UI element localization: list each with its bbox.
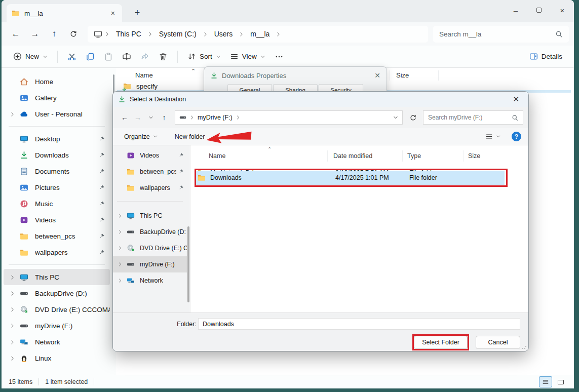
new-button[interactable]: New	[9, 49, 52, 64]
chevron-right-icon[interactable]	[7, 339, 18, 345]
close-icon[interactable]: ✕	[374, 71, 380, 80]
file-row-downloads-selected[interactable]: Downloads 4/17/2025 1:01 PM File folder	[195, 171, 505, 185]
sidebar-item-videos[interactable]: Videos	[4, 212, 110, 228]
breadcrumb-m-la[interactable]: m__la	[246, 29, 274, 39]
dialog-sidebar-network[interactable]: Network	[113, 272, 187, 289]
dialog-close-icon[interactable]: ✕	[509, 95, 523, 104]
dialog-back-button[interactable]: ←	[118, 111, 131, 124]
sidebar-item-mydrive[interactable]: myDrive (F:)	[4, 318, 110, 334]
rename-button[interactable]	[118, 48, 136, 65]
chevron-right-icon[interactable]	[7, 356, 18, 361]
dialog-search-box[interactable]	[423, 110, 523, 125]
column-header-size[interactable]: Size	[468, 152, 480, 160]
column-separator[interactable]	[438, 70, 439, 81]
organize-button[interactable]: Organize	[120, 131, 162, 142]
column-header-date-modified[interactable]: Date modified	[333, 152, 372, 160]
column-header-type[interactable]: Type	[407, 152, 421, 160]
sidebar-item-between-pcs[interactable]: between_pcs	[4, 228, 110, 244]
chevron-right-icon[interactable]	[7, 307, 18, 312]
chevron-down-icon[interactable]	[393, 115, 398, 120]
more-options-button[interactable]	[270, 48, 288, 65]
chevron-right-icon[interactable]	[115, 278, 125, 283]
explorer-tab[interactable]: m__la ×	[7, 4, 122, 22]
chevron-right-icon[interactable]	[7, 291, 18, 296]
sidebar-item-linux[interactable]: Linux	[4, 350, 110, 366]
minimize-button[interactable]: –	[504, 0, 527, 20]
chevron-right-icon[interactable]	[7, 111, 18, 117]
chevron-right-icon[interactable]	[115, 262, 125, 267]
sidebar-item-wallpapers[interactable]: wallpapers	[4, 244, 110, 260]
dialog-search-input[interactable]	[428, 114, 512, 121]
tab-close-icon[interactable]: ×	[109, 9, 117, 17]
dialog-sidebar-dvd-drive[interactable]: DVD Drive (E:) C	[113, 240, 187, 256]
copy-button[interactable]	[81, 48, 99, 65]
column-header-name[interactable]: Name	[135, 71, 153, 79]
cancel-button[interactable]: Cancel	[476, 336, 520, 349]
delete-button[interactable]	[154, 48, 172, 65]
sidebar-item-gallery[interactable]: Gallery	[4, 90, 110, 106]
chevron-right-icon[interactable]	[115, 229, 125, 234]
sidebar-item-backupdrive[interactable]: BackupDrive (D:)	[4, 285, 110, 301]
maximize-button[interactable]	[527, 0, 551, 20]
details-view-toggle[interactable]	[539, 377, 552, 387]
sidebar-item-downloads[interactable]: Downloads	[4, 147, 110, 163]
dialog-breadcrumb[interactable]: myDrive (F:)	[175, 110, 403, 125]
breadcrumb-users[interactable]: Users	[210, 29, 237, 39]
dialog-sidebar-backupdrive[interactable]: BackupDrive (D:	[113, 224, 187, 240]
sidebar-item-music[interactable]: Music	[4, 195, 110, 212]
dialog-refresh-button[interactable]	[406, 110, 420, 125]
select-folder-button[interactable]: Select Folder	[414, 336, 468, 349]
breadcrumb-mydrive[interactable]: myDrive (F:)	[198, 114, 233, 121]
chevron-right-icon[interactable]	[7, 323, 18, 329]
help-button[interactable]: ?	[512, 132, 521, 141]
sidebar-item-pictures[interactable]: Pictures	[4, 179, 110, 195]
dialog-sidebar-videos[interactable]: Videos	[113, 147, 187, 164]
large-icons-view-toggle[interactable]	[555, 377, 567, 387]
column-separator[interactable]	[327, 150, 328, 162]
dialog-sidebar-this-pc[interactable]: This PC	[113, 208, 187, 224]
breadcrumb-this-pc[interactable]: This PC	[112, 29, 145, 39]
share-button[interactable]	[136, 48, 154, 65]
chevron-right-icon[interactable]	[7, 275, 18, 280]
close-button[interactable]: ×	[551, 0, 574, 20]
sidebar-item-this-pc[interactable]: This PC	[4, 269, 110, 285]
dialog-sidebar-wallpapers[interactable]: wallpapers	[113, 180, 187, 196]
dialog-sidebar-mydrive[interactable]: myDrive (F:)	[113, 256, 187, 272]
refresh-button[interactable]	[64, 25, 83, 43]
chevron-right-icon[interactable]	[115, 246, 125, 251]
search-box[interactable]	[433, 26, 569, 43]
cut-button[interactable]	[63, 48, 81, 65]
sidebar-item-documents[interactable]: Documents	[4, 163, 110, 179]
recent-locations-button[interactable]	[144, 111, 158, 124]
column-header-size[interactable]: Size	[396, 71, 409, 79]
column-separator[interactable]	[402, 150, 403, 162]
search-input[interactable]	[439, 30, 555, 38]
sidebar-item-home[interactable]: Home	[4, 73, 110, 90]
column-separator[interactable]	[390, 70, 390, 81]
breadcrumb[interactable]: This PC System (C:) Users m__la	[88, 26, 428, 43]
new-folder-button[interactable]: New folder	[171, 131, 209, 142]
forward-button[interactable]: →	[26, 25, 44, 43]
folder-name-input[interactable]	[198, 318, 520, 330]
back-button[interactable]: ←	[7, 25, 25, 43]
partial-file-row[interactable]: specify	[123, 82, 158, 91]
details-pane-button[interactable]: Details	[525, 49, 567, 64]
dialog-forward-button[interactable]: →	[131, 111, 144, 124]
views-button[interactable]	[481, 131, 505, 142]
up-button[interactable]: ↑	[45, 25, 63, 43]
dialog-sidebar-between-pcs[interactable]: between_pcs	[113, 164, 187, 180]
dialog-up-button[interactable]: ↑	[158, 111, 171, 124]
chevron-right-icon[interactable]	[115, 213, 125, 218]
scrollbar-thumb[interactable]	[187, 226, 189, 302]
column-separator[interactable]	[463, 150, 464, 162]
resize-grip[interactable]	[522, 344, 527, 349]
new-tab-button[interactable]: +	[130, 6, 144, 19]
sidebar-item-user-personal[interactable]: User - Personal	[4, 106, 110, 122]
paste-button[interactable]	[99, 48, 118, 65]
sidebar-item-desktop[interactable]: Desktop	[4, 131, 110, 147]
sidebar-item-dvd-drive[interactable]: DVD Drive (E:) CCCOMA_X64F	[4, 301, 110, 318]
column-header-name[interactable]: Name	[209, 152, 225, 160]
breadcrumb-system-c[interactable]: System (C:)	[155, 29, 201, 39]
view-button[interactable]: View	[225, 49, 270, 64]
sort-button[interactable]: Sort	[183, 49, 225, 64]
